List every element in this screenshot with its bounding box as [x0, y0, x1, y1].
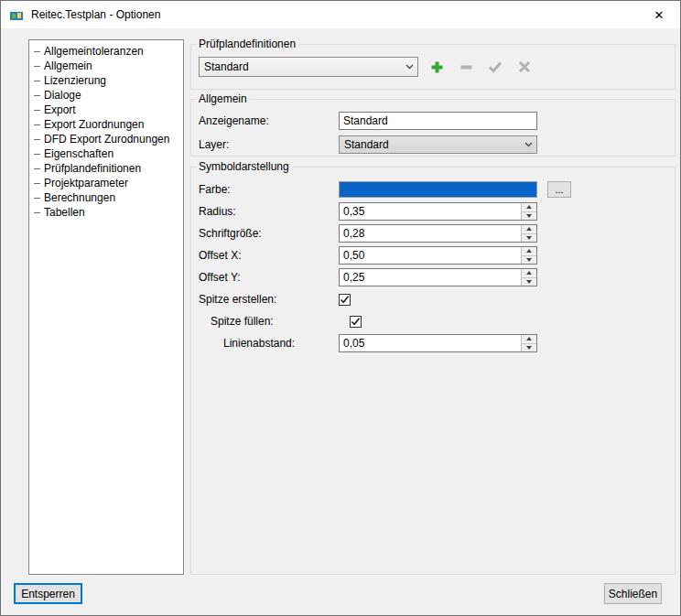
- sidebar-item-berechnungen[interactable]: Berechnungen: [33, 190, 183, 205]
- sidebar-item-label: Tabellen: [44, 206, 85, 219]
- farbe-label: Farbe:: [199, 183, 339, 196]
- sidebar-item-allgemein[interactable]: Allgemein: [33, 59, 183, 73]
- tree-dash-icon: [34, 95, 40, 96]
- offset-y-label: Offset Y:: [199, 271, 339, 284]
- check-icon: [340, 295, 350, 305]
- sidebar-item-label: Berechnungen: [44, 191, 115, 204]
- sidebar-item-dfd-export-zurodnungen[interactable]: DFD Export Zurodnungen: [33, 132, 183, 146]
- tree-dash-icon: [34, 183, 40, 184]
- titlebar: Reitec.Testplan - Optionen ✕: [1, 1, 680, 28]
- schliessen-button[interactable]: Schließen: [604, 583, 662, 604]
- plus-icon: [429, 59, 445, 75]
- add-definition-button[interactable]: [426, 56, 448, 78]
- triangle-up-icon: [526, 271, 532, 275]
- tree-dash-icon: [34, 66, 40, 67]
- app-icon: [9, 7, 24, 22]
- sidebar-item-export[interactable]: Export: [33, 103, 183, 117]
- spin-down-button[interactable]: [522, 234, 536, 243]
- farbe-picker-button[interactable]: ...: [547, 181, 571, 198]
- radius-spinner[interactable]: 0,35: [339, 202, 537, 221]
- remove-definition-button[interactable]: [455, 56, 477, 78]
- sidebar-item-label: Prüfplandefinitionen: [44, 162, 141, 175]
- sidebar-item-lizenzierung[interactable]: Lizenzierung: [33, 73, 183, 88]
- layer-label: Layer:: [199, 138, 339, 151]
- triangle-up-icon: [526, 205, 532, 209]
- spitze-erstellen-checkbox[interactable]: [339, 294, 351, 306]
- layer-combobox[interactable]: Standard: [339, 135, 537, 154]
- chevron-down-icon: [401, 64, 417, 70]
- minus-icon: [459, 59, 474, 75]
- tree-dash-icon: [34, 139, 40, 140]
- confirm-button[interactable]: [484, 56, 506, 78]
- spitze-fuellen-label: Spitze füllen:: [199, 315, 339, 328]
- sidebar-item-label: Allgemeintoleranzen: [44, 45, 144, 58]
- spin-down-button[interactable]: [522, 278, 536, 286]
- spitze-fuellen-checkbox[interactable]: [350, 316, 362, 328]
- anzeigename-input[interactable]: [339, 112, 537, 130]
- tree-dash-icon: [34, 154, 40, 155]
- radius-label: Radius:: [199, 205, 339, 218]
- cancel-button[interactable]: [513, 56, 535, 78]
- sidebar-item-pruefplandefinitionen[interactable]: Prüfplandefinitionen: [33, 161, 183, 176]
- sidebar-item-dialoge[interactable]: Dialoge: [33, 88, 183, 103]
- group-symboldarstellung: Symboldarstellung Farbe: ... Radius: 0,3…: [190, 160, 676, 575]
- spin-down-button[interactable]: [522, 344, 536, 352]
- triangle-down-icon: [526, 236, 532, 240]
- spin-up-button[interactable]: [522, 335, 536, 344]
- spin-down-button[interactable]: [522, 256, 536, 265]
- group-title: Prüfplandefinitionen: [196, 38, 298, 50]
- tree-dash-icon: [34, 212, 40, 213]
- group-allgemein: Allgemein Anzeigename: Layer: Standard: [190, 92, 676, 157]
- sidebar-item-label: Lizenzierung: [44, 74, 106, 87]
- triangle-down-icon: [526, 258, 532, 262]
- sidebar-item-projektparameter[interactable]: Projektparameter: [33, 176, 183, 190]
- tree-dash-icon: [34, 124, 40, 125]
- category-list: Allgemeintoleranzen Allgemein Lizenzieru…: [28, 39, 184, 575]
- check-icon: [488, 59, 503, 74]
- linienabstand-label: Linienabstand:: [199, 337, 339, 350]
- tree-dash-icon: [34, 168, 40, 169]
- spin-up-button[interactable]: [522, 247, 536, 256]
- linienabstand-spinner[interactable]: 0,05: [339, 334, 537, 352]
- spin-down-button[interactable]: [522, 212, 536, 221]
- sidebar-item-export-zuordnungen[interactable]: Export Zuordnungen: [33, 117, 183, 132]
- spin-up-button[interactable]: [522, 269, 536, 278]
- close-button[interactable]: ✕: [638, 1, 680, 28]
- spin-up-button[interactable]: [522, 225, 536, 234]
- sidebar-item-label: Allgemein: [44, 59, 92, 72]
- schriftgroesse-spinner[interactable]: 0,28: [339, 224, 537, 243]
- radius-value: 0,35: [340, 203, 521, 220]
- offset-y-spinner[interactable]: 0,25: [339, 268, 537, 286]
- entsperren-button[interactable]: Entsperren: [14, 583, 82, 604]
- schriftgroesse-value: 0,28: [340, 225, 521, 242]
- triangle-down-icon: [526, 214, 532, 218]
- pruefplan-combobox-value: Standard: [200, 60, 401, 73]
- sidebar-item-label: Export: [44, 103, 76, 116]
- group-title: Allgemein: [196, 92, 250, 105]
- sidebar-item-label: Eigenschaften: [44, 147, 114, 160]
- sidebar-item-allgemeintoleranzen[interactable]: Allgemeintoleranzen: [33, 44, 183, 59]
- tree-dash-icon: [34, 81, 40, 81]
- tree-dash-icon: [34, 198, 40, 199]
- sidebar-item-tabellen[interactable]: Tabellen: [33, 205, 183, 220]
- spitze-erstellen-label: Spitze erstellen:: [199, 293, 339, 306]
- anzeigename-label: Anzeigename:: [199, 114, 339, 127]
- offset-x-spinner[interactable]: 0,50: [339, 246, 537, 265]
- pruefplan-combobox[interactable]: Standard: [199, 57, 418, 77]
- check-icon: [351, 317, 361, 327]
- triangle-down-icon: [526, 280, 532, 284]
- offset-x-label: Offset X:: [199, 249, 339, 262]
- triangle-up-icon: [526, 337, 532, 340]
- triangle-up-icon: [526, 249, 532, 253]
- group-pruefplandefinitionen: Prüfplandefinitionen Standard: [190, 38, 676, 90]
- tree-dash-icon: [34, 110, 40, 111]
- offset-x-value: 0,50: [340, 247, 521, 264]
- farbe-swatch: [339, 181, 537, 198]
- chevron-down-icon: [520, 142, 536, 147]
- sidebar-item-label: Dialoge: [44, 89, 81, 102]
- sidebar-item-label: Export Zuordnungen: [44, 118, 144, 131]
- sidebar-item-label: Projektparameter: [44, 177, 128, 189]
- spin-up-button[interactable]: [522, 203, 536, 212]
- window-title: Reitec.Testplan - Optionen: [31, 8, 160, 21]
- sidebar-item-eigenschaften[interactable]: Eigenschaften: [33, 146, 183, 161]
